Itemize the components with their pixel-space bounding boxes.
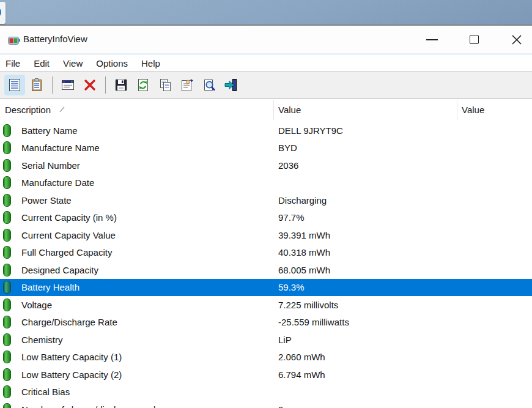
find-icon	[202, 78, 216, 92]
table-row[interactable]: Manufacture Name BYD	[0, 139, 532, 157]
row-description: Manufacture Date	[21, 177, 94, 188]
table-row[interactable]: Current Capacity (in %) 97.7%	[0, 209, 532, 227]
maximize-icon	[470, 35, 479, 44]
table-row[interactable]: Chemistry LiP	[0, 331, 532, 349]
row-value: 59.3%	[278, 282, 305, 292]
copy-icon	[158, 78, 172, 92]
battery-row-icon	[3, 316, 11, 328]
row-value: 40.318 mWh	[278, 247, 330, 258]
properties-window-icon	[61, 78, 75, 92]
desktop-wallpaper	[0, 0, 532, 24]
row-description: Low Battery Capacity (2)	[21, 369, 122, 380]
minimize-button[interactable]	[418, 26, 446, 53]
exit-door-icon	[224, 78, 238, 92]
table-row[interactable]: Manufacture Date	[0, 174, 532, 192]
row-value: 39.391 mWh	[278, 230, 330, 240]
clipboard-button[interactable]	[26, 75, 47, 95]
desktop-icon-fragment[interactable]	[0, 2, 6, 24]
battery-row-icon	[3, 403, 11, 408]
column-header-value-1[interactable]: Value	[278, 105, 301, 115]
battery-row-icon	[3, 333, 11, 346]
battery-row-icon	[3, 141, 11, 154]
row-value: 0	[278, 404, 283, 408]
row-description: Serial Number	[21, 160, 80, 171]
row-value: 2.060 mWh	[278, 352, 325, 362]
column-separator[interactable]	[457, 100, 457, 120]
battery-app-icon	[8, 35, 20, 45]
row-description: Charge/Discharge Rate	[21, 317, 117, 327]
window-title: BatteryInfoView	[23, 34, 87, 44]
table-row[interactable]: Current Capacity Value 39.391 mWh	[0, 226, 532, 244]
row-description: Power State	[21, 195, 72, 206]
row-description: Battery Name	[21, 125, 78, 136]
minimize-icon	[426, 39, 438, 40]
delete-button[interactable]	[79, 75, 100, 95]
table-row[interactable]: Charge/Discharge Rate -25.559 milliwatts	[0, 314, 532, 332]
menubar: File Edit View Options Help	[0, 55, 532, 72]
table-row[interactable]: Power State Discharging	[0, 191, 532, 209]
table-row[interactable]: Battery Health 59.3%	[0, 279, 532, 297]
row-description: Low Battery Capacity (1)	[21, 352, 122, 362]
menu-options[interactable]: Options	[96, 58, 128, 69]
table-row[interactable]: Battery Name DELL 9JRYT9C	[0, 122, 532, 139]
column-header-description[interactable]: Description	[5, 105, 51, 115]
list-view-button[interactable]	[4, 75, 25, 95]
properties-sheet-icon	[180, 78, 194, 92]
properties-window-button[interactable]	[57, 75, 78, 95]
menu-edit[interactable]: Edit	[34, 58, 50, 69]
battery-row-icon	[3, 385, 11, 398]
column-header-value-2[interactable]: Value	[462, 105, 484, 115]
table-row[interactable]: Full Charged Capacity 40.318 mWh	[0, 244, 532, 262]
row-value: 2036	[278, 160, 298, 171]
batteryinfoview-window: BatteryInfoView File Edit View Options H…	[0, 24, 532, 408]
table-row[interactable]: Serial Number 2036	[0, 157, 532, 174]
table-row[interactable]: Number of charge/discharge cycles 0	[0, 401, 532, 408]
properties-button[interactable]	[177, 75, 198, 95]
titlebar[interactable]: BatteryInfoView	[0, 26, 532, 55]
row-value: DELL 9JRYT9C	[278, 125, 343, 136]
row-value: Discharging	[278, 195, 327, 206]
battery-row-icon	[3, 299, 11, 311]
battery-row-icon	[3, 176, 11, 189]
table-row[interactable]: Critical Bias	[0, 384, 532, 401]
row-description: Voltage	[21, 300, 52, 310]
refresh-button[interactable]	[133, 75, 153, 95]
table-row[interactable]: Low Battery Capacity (2) 6.794 mWh	[0, 366, 532, 384]
table-row[interactable]: Voltage 7.225 millivolts	[0, 296, 532, 314]
battery-row-icon	[3, 281, 11, 294]
battery-row-icon	[3, 246, 11, 259]
row-value: 68.005 mWh	[278, 265, 330, 275]
row-value: 7.225 millivolts	[278, 300, 338, 310]
find-button[interactable]	[199, 75, 220, 95]
refresh-icon	[136, 78, 150, 92]
toolbar	[0, 72, 532, 98]
row-value: 6.794 mWh	[278, 369, 325, 380]
table-row[interactable]: Low Battery Capacity (1) 2.060 mWh	[0, 349, 532, 366]
sort-ascending-icon	[59, 106, 65, 113]
battery-row-icon	[3, 124, 11, 137]
table-rows: Battery Name DELL 9JRYT9C Manufacture Na…	[0, 122, 532, 408]
copy-button[interactable]	[155, 75, 175, 95]
menu-help[interactable]: Help	[141, 58, 160, 69]
battery-row-icon	[3, 159, 11, 172]
column-separator[interactable]	[273, 100, 274, 120]
save-button[interactable]	[111, 75, 131, 95]
exit-button[interactable]	[221, 75, 242, 95]
battery-row-icon	[3, 194, 11, 207]
battery-row-icon	[3, 211, 11, 224]
row-description: Current Capacity (in %)	[21, 212, 117, 223]
row-description: Current Capacity Value	[21, 230, 116, 240]
menu-file[interactable]: File	[6, 58, 20, 69]
menu-view[interactable]: View	[63, 58, 83, 69]
save-floppy-icon	[114, 78, 128, 92]
row-description: Manufacture Name	[21, 143, 100, 153]
close-icon	[511, 34, 522, 45]
table-row[interactable]: Designed Capacity 68.005 mWh	[0, 261, 532, 279]
toolbar-separator	[52, 76, 53, 94]
listview-header: Description Value Value	[0, 98, 532, 122]
close-button[interactable]	[503, 26, 531, 53]
maximize-button[interactable]	[460, 26, 488, 53]
row-description: Critical Bias	[21, 387, 70, 397]
row-description: Full Charged Capacity	[21, 247, 112, 258]
list-view-icon	[7, 78, 22, 92]
